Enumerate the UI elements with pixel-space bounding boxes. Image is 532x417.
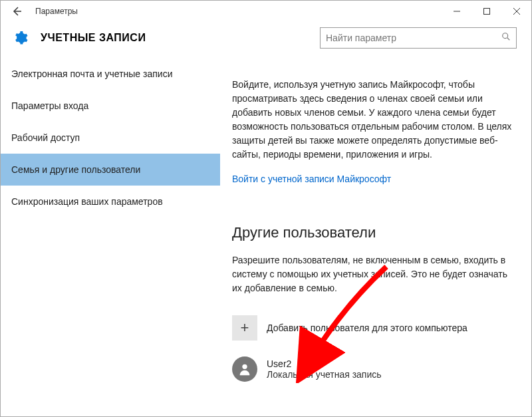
content: Войдите, используя учетную запись Майкро… [220, 58, 531, 416]
plus-icon: + [232, 315, 257, 341]
sidebar-item-label: Электронная почта и учетные записи [11, 69, 172, 79]
close-button[interactable] [501, 1, 531, 22]
user-type: Локальная учетная запись [267, 369, 382, 380]
sidebar: Электронная почта и учетные записи Парам… [1, 58, 220, 416]
sidebar-item-label: Рабочий доступ [11, 132, 80, 143]
avatar-icon [232, 356, 257, 382]
svg-point-6 [242, 364, 247, 369]
sidebar-item-family-other-users[interactable]: Семья и другие пользователи [1, 154, 220, 186]
back-button[interactable] [6, 1, 27, 22]
other-users-desc: Разрешите пользователям, не включенным в… [232, 253, 519, 295]
search-box[interactable] [320, 27, 517, 49]
window-controls [442, 1, 531, 22]
search-icon [501, 32, 511, 44]
maximize-button[interactable] [471, 1, 501, 22]
page-title: УЧЕТНЫЕ ЗАПИСИ [41, 32, 146, 44]
sidebar-item-signin-options[interactable]: Параметры входа [1, 90, 220, 122]
sidebar-item-label: Семья и другие пользователи [11, 164, 140, 175]
other-users-heading: Другие пользователи [232, 224, 519, 241]
svg-line-5 [507, 38, 510, 41]
sidebar-item-label: Синхронизация ваших параметров [11, 196, 163, 207]
add-user-button[interactable]: + Добавить пользователя для этого компью… [232, 315, 519, 341]
add-user-label: Добавить пользователя для этого компьюте… [267, 323, 467, 333]
signin-link[interactable]: Войти с учетной записи Майкрософт [232, 174, 391, 184]
minimize-button[interactable] [442, 1, 471, 22]
intro-text: Войдите, используя учетную запись Майкро… [232, 78, 519, 162]
sidebar-item-sync-settings[interactable]: Синхронизация ваших параметров [1, 186, 220, 217]
svg-point-4 [503, 33, 508, 39]
user-row[interactable]: User2 Локальная учетная запись [232, 356, 519, 382]
titlebar: Параметры [1, 1, 531, 22]
window-title: Параметры [35, 7, 78, 16]
header: УЧЕТНЫЕ ЗАПИСИ [1, 22, 531, 58]
user-name: User2 [267, 358, 382, 369]
sidebar-item-email-accounts[interactable]: Электронная почта и учетные записи [1, 58, 220, 90]
sidebar-item-work-access[interactable]: Рабочий доступ [1, 122, 220, 154]
user-meta: User2 Локальная учетная запись [267, 358, 382, 380]
search-input[interactable] [326, 33, 501, 43]
settings-window: Параметры УЧЕТНЫЕ ЗАПИСИ Электронн [0, 0, 532, 417]
gear-icon [13, 30, 29, 46]
svg-rect-1 [483, 9, 489, 15]
sidebar-item-label: Параметры входа [11, 100, 88, 111]
body: Электронная почта и учетные записи Парам… [1, 58, 531, 416]
